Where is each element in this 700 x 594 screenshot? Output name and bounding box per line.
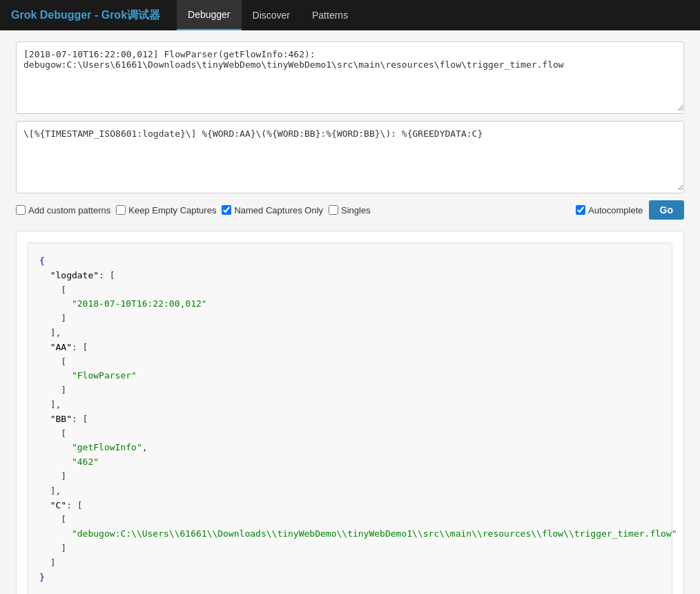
output-line-14: "getFlowInfo", — [39, 441, 661, 455]
navbar-brand: Grok Debugger - Grok调试器 — [11, 8, 160, 23]
options-row: Add custom patterns Keep Empty Captures … — [16, 200, 684, 220]
go-button[interactable]: Go — [649, 200, 684, 220]
options-right: Autocomplete Go — [576, 200, 684, 220]
output-line-19: [ — [39, 512, 661, 527]
pattern-input[interactable]: \[%{TIMESTAMP_ISO8601:logdate}\] %{WORD:… — [17, 122, 683, 191]
output-line-10: ] — [39, 383, 661, 398]
output-line-1: { — [39, 254, 661, 269]
output-line-23: } — [39, 571, 661, 585]
output-line-3: [ — [39, 283, 661, 298]
main-content: [2018-07-10T16:22:00,012] FlowParser(get… — [5, 30, 695, 594]
brand-text-cn: 调试器 — [127, 9, 160, 21]
named-captures-only-text: Named Captures Only — [234, 205, 323, 215]
output-line-12: "BB": [ — [39, 412, 661, 427]
output-line-15: "462" — [39, 455, 661, 470]
output-line-8: [ — [39, 355, 661, 370]
output-line-13: [ — [39, 427, 661, 441]
output-line-4: "2018-07-10T16:22:00,012" — [39, 297, 661, 312]
named-captures-only-label[interactable]: Named Captures Only — [222, 205, 323, 215]
sample-input[interactable]: [2018-07-10T16:22:00,012] FlowParser(get… — [17, 42, 683, 111]
nav-debugger[interactable]: Debugger — [177, 0, 242, 30]
nav-patterns[interactable]: Patterns — [301, 0, 359, 30]
autocomplete-text: Autocomplete — [588, 205, 643, 215]
output-line-5: ] — [39, 312, 661, 326]
keep-empty-captures-label[interactable]: Keep Empty Captures — [116, 205, 216, 215]
navbar: Grok Debugger - Grok调试器 Debugger Discove… — [0, 0, 700, 30]
pattern-input-wrapper: \[%{TIMESTAMP_ISO8601:logdate}\] %{WORD:… — [16, 121, 684, 193]
output-inner: { "logdate": [ [ "2018-07-10T16:22:00,01… — [28, 242, 672, 594]
keep-empty-captures-text: Keep Empty Captures — [128, 205, 216, 215]
add-custom-patterns-label[interactable]: Add custom patterns — [16, 205, 110, 215]
output-line-21: ] — [39, 542, 661, 556]
sample-input-wrapper: [2018-07-10T16:22:00,012] FlowParser(get… — [16, 41, 684, 114]
add-custom-patterns-checkbox[interactable] — [16, 205, 26, 215]
output-line-11: ], — [39, 398, 661, 412]
singles-checkbox[interactable] — [329, 205, 338, 215]
output-line-2: "logdate": [ — [39, 269, 661, 283]
output-line-22: ] — [39, 556, 661, 571]
output-line-20: "debugow:C:\\Users\\61661\\Downloads\\ti… — [39, 527, 661, 542]
keep-empty-captures-checkbox[interactable] — [116, 205, 126, 215]
brand-text-main: Grok Debugger - Grok — [11, 9, 127, 21]
output-panel: { "logdate": [ [ "2018-07-10T16:22:00,01… — [16, 231, 684, 594]
output-line-17: ], — [39, 484, 661, 499]
named-captures-only-checkbox[interactable] — [222, 205, 231, 215]
add-custom-patterns-text: Add custom patterns — [28, 205, 110, 215]
singles-text: Singles — [341, 205, 371, 215]
autocomplete-checkbox[interactable] — [576, 205, 585, 215]
output-line-16: ] — [39, 470, 661, 484]
output-line-6: ], — [39, 326, 661, 341]
singles-label[interactable]: Singles — [329, 205, 371, 215]
autocomplete-label[interactable]: Autocomplete — [576, 205, 643, 215]
output-line-7: "AA": [ — [39, 341, 661, 355]
nav-discover[interactable]: Discover — [242, 0, 301, 30]
output-line-9: "FlowParser" — [39, 369, 661, 383]
output-line-18: "C": [ — [39, 499, 661, 513]
